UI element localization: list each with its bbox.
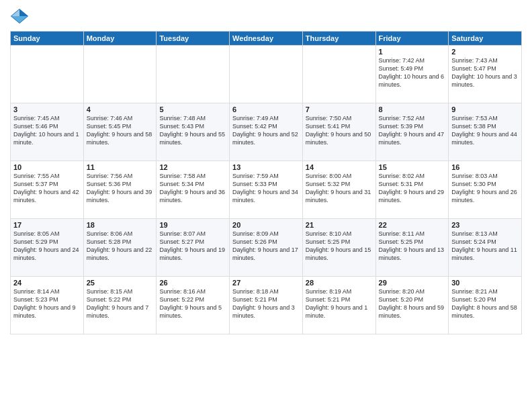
weekday-wednesday: Wednesday <box>230 32 303 46</box>
day-number: 30 <box>451 279 519 287</box>
day-cell <box>83 46 157 103</box>
day-number: 17 <box>13 221 81 229</box>
day-cell: 19Sunrise: 8:07 AM Sunset: 5:27 PM Dayli… <box>157 219 230 277</box>
day-info: Sunrise: 8:15 AM Sunset: 5:22 PM Dayligh… <box>87 287 154 320</box>
day-info: Sunrise: 7:43 AM Sunset: 5:47 PM Dayligh… <box>451 56 519 89</box>
day-number: 6 <box>232 105 300 113</box>
day-number: 29 <box>379 279 446 287</box>
day-number: 12 <box>159 163 226 171</box>
week-row-2: 3Sunrise: 7:45 AM Sunset: 5:46 PM Daylig… <box>11 103 522 161</box>
day-cell: 26Sunrise: 8:16 AM Sunset: 5:22 PM Dayli… <box>157 277 230 334</box>
day-cell: 5Sunrise: 7:48 AM Sunset: 5:43 PM Daylig… <box>157 103 230 161</box>
day-info: Sunrise: 8:16 AM Sunset: 5:22 PM Dayligh… <box>159 287 226 320</box>
day-cell <box>230 46 303 103</box>
day-number: 26 <box>159 279 226 287</box>
day-info: Sunrise: 7:48 AM Sunset: 5:43 PM Dayligh… <box>159 114 226 147</box>
day-cell: 6Sunrise: 7:49 AM Sunset: 5:42 PM Daylig… <box>230 103 303 161</box>
day-cell: 12Sunrise: 7:58 AM Sunset: 5:34 PM Dayli… <box>157 161 230 219</box>
day-info: Sunrise: 8:05 AM Sunset: 5:29 PM Dayligh… <box>13 230 81 263</box>
weekday-tuesday: Tuesday <box>157 32 230 46</box>
week-row-3: 10Sunrise: 7:55 AM Sunset: 5:37 PM Dayli… <box>11 161 522 219</box>
day-info: Sunrise: 8:20 AM Sunset: 5:20 PM Dayligh… <box>379 287 446 320</box>
day-number: 18 <box>87 221 154 229</box>
day-cell: 10Sunrise: 7:55 AM Sunset: 5:37 PM Dayli… <box>11 161 84 219</box>
day-cell: 21Sunrise: 8:10 AM Sunset: 5:25 PM Dayli… <box>302 219 375 277</box>
day-cell: 23Sunrise: 8:13 AM Sunset: 5:24 PM Dayli… <box>449 219 522 277</box>
week-row-4: 17Sunrise: 8:05 AM Sunset: 5:29 PM Dayli… <box>11 219 522 277</box>
weekday-monday: Monday <box>83 32 157 46</box>
day-info: Sunrise: 8:10 AM Sunset: 5:25 PM Dayligh… <box>306 230 373 263</box>
day-info: Sunrise: 8:14 AM Sunset: 5:23 PM Dayligh… <box>13 287 81 320</box>
day-info: Sunrise: 7:42 AM Sunset: 5:49 PM Dayligh… <box>379 56 446 89</box>
day-info: Sunrise: 7:55 AM Sunset: 5:37 PM Dayligh… <box>13 172 81 205</box>
day-info: Sunrise: 8:02 AM Sunset: 5:31 PM Dayligh… <box>379 172 446 205</box>
day-cell: 20Sunrise: 8:09 AM Sunset: 5:26 PM Dayli… <box>230 219 303 277</box>
day-info: Sunrise: 8:13 AM Sunset: 5:24 PM Dayligh… <box>451 230 519 263</box>
day-number: 3 <box>13 105 81 113</box>
day-number: 19 <box>159 221 226 229</box>
calendar: SundayMondayTuesdayWednesdayThursdayFrid… <box>10 31 522 334</box>
day-cell: 18Sunrise: 8:06 AM Sunset: 5:28 PM Dayli… <box>83 219 157 277</box>
day-info: Sunrise: 8:00 AM Sunset: 5:32 PM Dayligh… <box>306 172 373 205</box>
day-number: 8 <box>379 105 446 113</box>
day-number: 20 <box>232 221 300 229</box>
week-row-5: 24Sunrise: 8:14 AM Sunset: 5:23 PM Dayli… <box>11 277 522 334</box>
day-cell: 22Sunrise: 8:11 AM Sunset: 5:25 PM Dayli… <box>375 219 449 277</box>
day-info: Sunrise: 7:46 AM Sunset: 5:45 PM Dayligh… <box>87 114 154 147</box>
day-info: Sunrise: 8:07 AM Sunset: 5:27 PM Dayligh… <box>159 230 226 263</box>
day-number: 4 <box>87 105 154 113</box>
day-number: 23 <box>451 221 519 229</box>
day-info: Sunrise: 8:06 AM Sunset: 5:28 PM Dayligh… <box>87 230 154 263</box>
day-number: 25 <box>87 279 154 287</box>
day-cell <box>302 46 375 103</box>
day-info: Sunrise: 8:11 AM Sunset: 5:25 PM Dayligh… <box>379 230 446 263</box>
day-number: 5 <box>159 105 226 113</box>
day-number: 11 <box>87 163 154 171</box>
day-cell: 17Sunrise: 8:05 AM Sunset: 5:29 PM Dayli… <box>11 219 84 277</box>
day-number: 21 <box>306 221 373 229</box>
day-cell: 29Sunrise: 8:20 AM Sunset: 5:20 PM Dayli… <box>375 277 449 334</box>
day-cell: 24Sunrise: 8:14 AM Sunset: 5:23 PM Dayli… <box>11 277 84 334</box>
day-cell: 1Sunrise: 7:42 AM Sunset: 5:49 PM Daylig… <box>375 46 449 103</box>
day-cell: 9Sunrise: 7:53 AM Sunset: 5:38 PM Daylig… <box>449 103 522 161</box>
day-info: Sunrise: 7:56 AM Sunset: 5:36 PM Dayligh… <box>87 172 154 205</box>
week-row-1: 1Sunrise: 7:42 AM Sunset: 5:49 PM Daylig… <box>11 46 522 103</box>
day-cell <box>157 46 230 103</box>
day-cell: 16Sunrise: 8:03 AM Sunset: 5:30 PM Dayli… <box>449 161 522 219</box>
weekday-sunday: Sunday <box>11 32 84 46</box>
day-number: 15 <box>379 163 446 171</box>
day-cell: 28Sunrise: 8:19 AM Sunset: 5:21 PM Dayli… <box>302 277 375 334</box>
day-number: 13 <box>232 163 300 171</box>
day-cell: 2Sunrise: 7:43 AM Sunset: 5:47 PM Daylig… <box>449 46 522 103</box>
day-number: 28 <box>306 279 373 287</box>
header <box>10 7 522 26</box>
day-cell: 27Sunrise: 8:18 AM Sunset: 5:21 PM Dayli… <box>230 277 303 334</box>
day-number: 2 <box>451 48 519 56</box>
day-info: Sunrise: 7:58 AM Sunset: 5:34 PM Dayligh… <box>159 172 226 205</box>
day-cell: 8Sunrise: 7:52 AM Sunset: 5:39 PM Daylig… <box>375 103 449 161</box>
weekday-header-row: SundayMondayTuesdayWednesdayThursdayFrid… <box>11 32 522 46</box>
day-info: Sunrise: 8:19 AM Sunset: 5:21 PM Dayligh… <box>306 287 373 320</box>
day-cell: 3Sunrise: 7:45 AM Sunset: 5:46 PM Daylig… <box>11 103 84 161</box>
day-info: Sunrise: 8:03 AM Sunset: 5:30 PM Dayligh… <box>451 172 519 205</box>
day-cell: 30Sunrise: 8:21 AM Sunset: 5:20 PM Dayli… <box>449 277 522 334</box>
day-number: 27 <box>232 279 300 287</box>
day-number: 16 <box>451 163 519 171</box>
day-info: Sunrise: 8:21 AM Sunset: 5:20 PM Dayligh… <box>451 287 519 320</box>
day-info: Sunrise: 7:52 AM Sunset: 5:39 PM Dayligh… <box>379 114 446 147</box>
day-number: 7 <box>306 105 373 113</box>
day-cell: 25Sunrise: 8:15 AM Sunset: 5:22 PM Dayli… <box>83 277 157 334</box>
day-cell: 7Sunrise: 7:50 AM Sunset: 5:41 PM Daylig… <box>302 103 375 161</box>
day-cell <box>11 46 84 103</box>
day-info: Sunrise: 8:09 AM Sunset: 5:26 PM Dayligh… <box>232 230 300 263</box>
weekday-thursday: Thursday <box>302 32 375 46</box>
logo <box>10 7 32 26</box>
weekday-friday: Friday <box>375 32 449 46</box>
day-info: Sunrise: 7:45 AM Sunset: 5:46 PM Dayligh… <box>13 114 81 147</box>
day-cell: 4Sunrise: 7:46 AM Sunset: 5:45 PM Daylig… <box>83 103 157 161</box>
day-info: Sunrise: 7:53 AM Sunset: 5:38 PM Dayligh… <box>451 114 519 147</box>
day-cell: 11Sunrise: 7:56 AM Sunset: 5:36 PM Dayli… <box>83 161 157 219</box>
page: SundayMondayTuesdayWednesdayThursdayFrid… <box>0 0 532 411</box>
day-number: 10 <box>13 163 81 171</box>
day-cell: 15Sunrise: 8:02 AM Sunset: 5:31 PM Dayli… <box>375 161 449 219</box>
